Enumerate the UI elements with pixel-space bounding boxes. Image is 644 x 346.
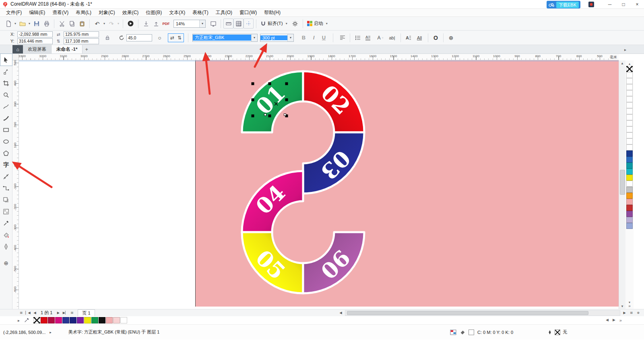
font-size-combo[interactable]: 300 pt ▾ bbox=[260, 34, 294, 42]
add-page-before-button[interactable]: ⊞ bbox=[18, 309, 25, 317]
palette-scroll-up[interactable]: ▲ bbox=[628, 61, 631, 66]
color-swatch[interactable] bbox=[626, 169, 633, 175]
add-page-after-button[interactable]: ⊞ bbox=[68, 309, 75, 317]
color-swatch[interactable] bbox=[91, 317, 98, 323]
connector-tool[interactable] bbox=[0, 182, 12, 194]
crop-tool[interactable] bbox=[0, 77, 12, 89]
color-swatch[interactable] bbox=[626, 193, 633, 199]
palette-flyout[interactable]: » bbox=[628, 304, 631, 308]
horizontal-scrollbar[interactable] bbox=[345, 310, 620, 316]
color-swatch[interactable] bbox=[626, 120, 633, 126]
x-position-field[interactable]: -2,092.988 mm bbox=[17, 31, 53, 37]
show-guidelines-button[interactable] bbox=[244, 19, 254, 29]
menu-item-view[interactable]: 查看(V) bbox=[49, 9, 72, 16]
outline-pen-icon[interactable] bbox=[547, 330, 552, 335]
width-field[interactable]: 125.975 mm bbox=[64, 31, 99, 37]
snap-to-button[interactable]: 贴齐(T) ▾ bbox=[259, 19, 290, 29]
palette-scroll-down[interactable]: ▼ bbox=[628, 301, 631, 304]
color-swatch[interactable] bbox=[62, 317, 69, 323]
character-formatting-button[interactable]: A○ bbox=[376, 33, 386, 43]
italic-button[interactable]: I bbox=[309, 33, 319, 43]
launch-button[interactable]: 启动 ▾ bbox=[305, 19, 330, 29]
edit-text-button[interactable]: ab| bbox=[386, 33, 398, 43]
outline-none-swatch[interactable] bbox=[555, 330, 560, 335]
rectangle-object[interactable] bbox=[195, 60, 619, 307]
drop-shadow-tool[interactable] bbox=[0, 194, 12, 206]
menu-item-table[interactable]: 表格(T) bbox=[189, 9, 212, 16]
color-swatch[interactable] bbox=[626, 223, 633, 229]
menu-item-effects[interactable]: 效果(C) bbox=[119, 9, 142, 16]
underline-button[interactable]: U bbox=[319, 33, 329, 43]
menu-item-bitmaps[interactable]: 位图(B) bbox=[142, 9, 165, 16]
color-swatch[interactable] bbox=[626, 181, 633, 187]
color-swatch[interactable] bbox=[626, 217, 633, 223]
print-button[interactable] bbox=[41, 19, 52, 29]
color-eyedropper-tool[interactable] bbox=[0, 217, 12, 229]
vertical-ruler[interactable]: 5004003002001000-100-200-300-400-500-600 bbox=[12, 60, 19, 309]
drop-cap-button[interactable]: A bbox=[363, 33, 373, 43]
coordinates-expand-button[interactable]: ▸ bbox=[50, 330, 52, 334]
pick-tool[interactable] bbox=[0, 54, 12, 66]
mirror-horizontal-button[interactable]: ⇄ bbox=[169, 34, 176, 41]
menu-item-edit[interactable]: 编辑(E) bbox=[25, 9, 49, 16]
color-swatch[interactable] bbox=[99, 317, 105, 323]
polygon-tool[interactable] bbox=[0, 147, 12, 159]
color-swatch[interactable] bbox=[626, 205, 633, 211]
color-swatch[interactable] bbox=[626, 144, 633, 150]
freehand-tool[interactable] bbox=[0, 101, 12, 112]
font-family-dropdown[interactable]: ▾ bbox=[251, 34, 257, 41]
rectangle-tool[interactable] bbox=[0, 124, 12, 136]
open-button[interactable] bbox=[17, 19, 27, 29]
minimize-button[interactable]: ─ bbox=[603, 0, 617, 9]
color-swatch[interactable] bbox=[626, 90, 633, 96]
color-swatch[interactable] bbox=[626, 150, 633, 157]
ellipse-mode-button[interactable]: ○ bbox=[155, 33, 165, 43]
bpal-flyout[interactable]: » bbox=[619, 318, 622, 323]
text-tool[interactable]: 字 bbox=[0, 159, 12, 171]
import-button[interactable] bbox=[141, 19, 151, 29]
color-swatch[interactable] bbox=[120, 317, 127, 323]
color-swatch[interactable] bbox=[55, 317, 62, 323]
quick-customize-button[interactable]: ⊕ bbox=[446, 33, 456, 43]
bold-button[interactable]: B bbox=[299, 33, 309, 43]
badge-label[interactable]: 下载EBK bbox=[556, 2, 579, 8]
color-swatch[interactable] bbox=[77, 317, 84, 323]
horizontal-scroll-thumb[interactable] bbox=[347, 311, 588, 315]
paste-button[interactable] bbox=[77, 19, 87, 29]
palette-eyedropper-icon[interactable] bbox=[24, 317, 29, 323]
color-swatch[interactable] bbox=[626, 72, 633, 78]
menu-item-help[interactable]: 帮助(H) bbox=[260, 9, 284, 16]
outline-pen-tool[interactable] bbox=[0, 241, 12, 252]
color-swatch[interactable] bbox=[626, 84, 633, 90]
hscroll-right-arrow[interactable]: ▶ bbox=[621, 309, 628, 317]
ellipse-tool[interactable] bbox=[0, 136, 12, 147]
color-swatch[interactable] bbox=[626, 211, 633, 217]
menu-item-layout[interactable]: 布局(L) bbox=[72, 9, 95, 16]
color-swatch[interactable] bbox=[626, 138, 633, 144]
scroll-down-arrow[interactable]: ▼ bbox=[621, 303, 624, 309]
publish-pdf-button[interactable]: PDF bbox=[161, 19, 171, 29]
menu-item-object[interactable]: 对象(C) bbox=[95, 9, 119, 16]
first-page-button[interactable]: ▏◀ bbox=[25, 309, 31, 317]
artistic-media-tool[interactable] bbox=[0, 112, 12, 124]
options-button[interactable] bbox=[290, 19, 300, 29]
new-tab-button[interactable]: + bbox=[83, 45, 91, 54]
color-swatch[interactable] bbox=[626, 114, 633, 120]
text-alignment-button[interactable] bbox=[337, 33, 347, 43]
more-tools-button[interactable]: ⊕ bbox=[0, 257, 12, 269]
no-color-swatch[interactable] bbox=[626, 66, 633, 72]
zoom-tools-button[interactable]: ⊕ bbox=[635, 309, 642, 317]
color-swatch[interactable] bbox=[626, 132, 633, 138]
font-family-combo[interactable]: 方正粗宋_GBK ▾ bbox=[192, 34, 258, 42]
cut-button[interactable] bbox=[57, 19, 67, 29]
guideline[interactable] bbox=[19, 61, 619, 61]
menu-item-file[interactable]: 文件(F) bbox=[2, 9, 25, 16]
color-swatch[interactable] bbox=[626, 108, 633, 114]
color-swatch[interactable] bbox=[113, 317, 120, 323]
undo-dropdown[interactable]: ▾ bbox=[102, 22, 106, 25]
pan-button[interactable]: ⊞ bbox=[628, 309, 635, 317]
color-swatch[interactable] bbox=[106, 317, 113, 323]
hscroll-left-arrow[interactable]: ◀ bbox=[337, 309, 344, 317]
fill-color-icon[interactable] bbox=[460, 330, 465, 335]
save-button[interactable] bbox=[31, 19, 41, 29]
